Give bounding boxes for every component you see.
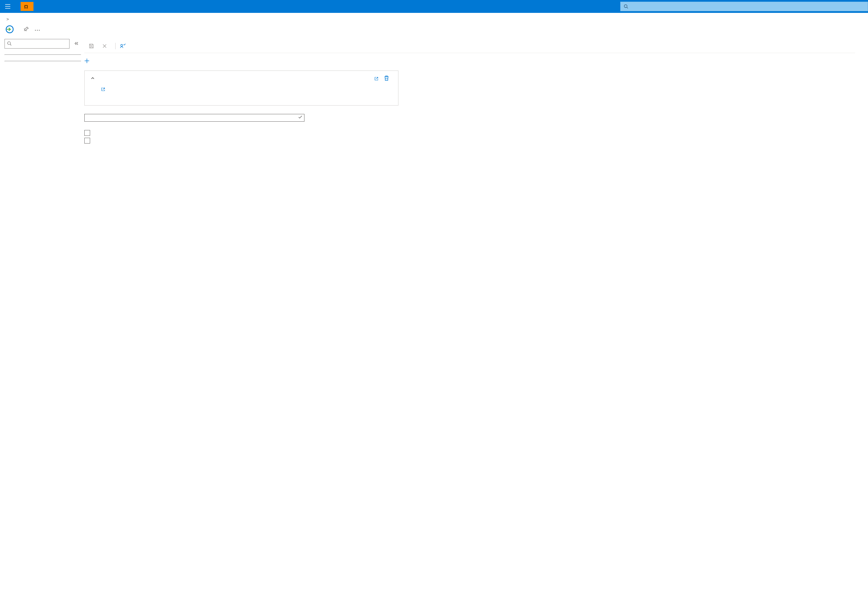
pin-icon <box>24 27 29 31</box>
breadcrumb-sep: > <box>6 17 9 22</box>
chevron-double-left-icon <box>74 41 79 46</box>
collapse-web-button[interactable] <box>91 76 95 82</box>
svg-point-7 <box>121 45 123 46</box>
external-link-icon <box>375 77 378 80</box>
svg-point-4 <box>37 30 38 31</box>
logout-validate-icon <box>298 115 303 120</box>
page-header <box>0 24 868 39</box>
chevron-up-icon <box>91 76 95 80</box>
breadcrumb: > <box>0 13 868 24</box>
check-icon <box>298 115 303 119</box>
plus-icon <box>84 58 89 63</box>
access-tokens-row <box>84 130 855 136</box>
delete-web-platform-button[interactable] <box>384 75 389 82</box>
search-icon <box>624 4 628 9</box>
ellipsis-icon <box>35 30 40 31</box>
external-link-icon <box>101 88 105 91</box>
sidebar-search-input[interactable] <box>4 39 70 49</box>
command-bar <box>84 39 855 53</box>
app-icon <box>4 24 15 34</box>
svg-point-3 <box>35 30 36 31</box>
global-search[interactable] <box>620 1 868 11</box>
hamburger-menu[interactable] <box>0 0 15 13</box>
svg-point-6 <box>8 42 10 45</box>
discard-button[interactable] <box>102 44 109 48</box>
redirect-uris-desc <box>101 86 389 92</box>
more-button[interactable] <box>35 27 40 32</box>
content-area <box>81 39 868 158</box>
trash-icon <box>384 75 389 81</box>
redirect-learn-more-link[interactable] <box>101 87 105 92</box>
feedback-button[interactable] <box>120 43 128 49</box>
feedback-icon <box>120 43 126 49</box>
pin-button[interactable] <box>24 27 29 33</box>
command-divider <box>115 43 116 49</box>
svg-point-1 <box>625 5 627 8</box>
bug-icon <box>24 4 28 9</box>
sidebar-collapse-button[interactable] <box>74 41 79 47</box>
svg-point-0 <box>25 6 27 8</box>
global-search-input[interactable] <box>631 4 865 9</box>
svg-point-5 <box>39 30 40 31</box>
close-icon <box>102 44 107 48</box>
web-docs-link[interactable] <box>375 76 378 81</box>
report-bug-button[interactable] <box>21 2 34 11</box>
save-button[interactable] <box>89 43 96 49</box>
access-tokens-checkbox[interactable] <box>84 130 90 136</box>
search-icon <box>7 41 12 46</box>
logout-url-input[interactable] <box>84 114 304 122</box>
top-bar <box>0 0 868 13</box>
hamburger-icon <box>5 4 10 9</box>
save-icon <box>89 43 94 49</box>
sidebar <box>0 39 81 158</box>
id-tokens-row <box>84 138 855 144</box>
id-tokens-checkbox[interactable] <box>84 138 90 144</box>
add-platform-button[interactable] <box>84 58 855 63</box>
platform-card-web <box>84 70 398 105</box>
